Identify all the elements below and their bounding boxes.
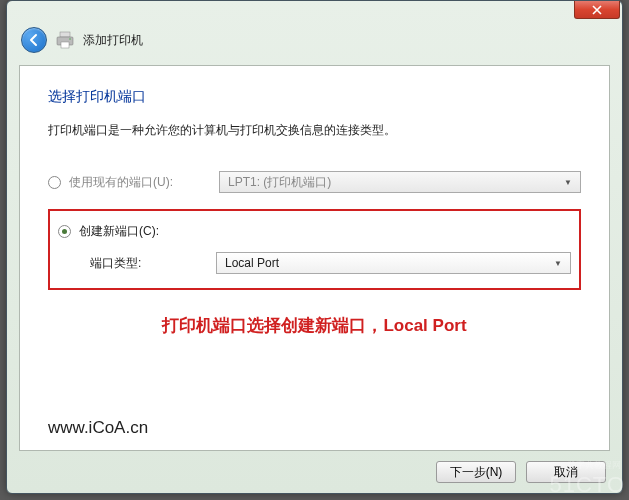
radio-existing[interactable] xyxy=(48,176,61,189)
option-create-label: 创建新端口(C): xyxy=(79,223,229,240)
content-panel: 选择打印机端口 打印机端口是一种允许您的计算机与打印机交换信息的连接类型。 使用… xyxy=(19,65,610,451)
close-icon xyxy=(592,5,602,15)
next-button[interactable]: 下一步(N) xyxy=(436,461,516,483)
annotation-text: 打印机端口选择创建新端口，Local Port xyxy=(48,314,581,337)
option-create-new-port[interactable]: 创建新端口(C): xyxy=(58,223,571,240)
arrow-left-icon xyxy=(27,33,41,47)
chevron-down-icon: ▼ xyxy=(564,178,572,187)
dialog-footer: 下一步(N) 取消 xyxy=(7,451,622,493)
titlebar xyxy=(7,1,622,21)
dialog-window: 添加打印机 选择打印机端口 打印机端口是一种允许您的计算机与打印机交换信息的连接… xyxy=(6,0,623,494)
url-watermark: www.iCoA.cn xyxy=(48,418,148,438)
description-text: 打印机端口是一种允许您的计算机与打印机交换信息的连接类型。 xyxy=(48,122,581,139)
chevron-down-icon: ▼ xyxy=(554,259,562,268)
dropdown-existing-port: LPT1: (打印机端口) ▼ xyxy=(219,171,581,193)
back-button[interactable] xyxy=(21,27,47,53)
cancel-button[interactable]: 取消 xyxy=(526,461,606,483)
section-title: 选择打印机端口 xyxy=(48,88,581,106)
printer-icon xyxy=(55,31,75,49)
dropdown-port-type[interactable]: Local Port ▼ xyxy=(216,252,571,274)
port-type-row: 端口类型: Local Port ▼ xyxy=(58,252,571,274)
wizard-header: 添加打印机 xyxy=(7,21,622,65)
wizard-title: 添加打印机 xyxy=(83,32,143,49)
option-existing-label: 使用现有的端口(U): xyxy=(69,174,219,191)
highlight-box: 创建新端口(C): 端口类型: Local Port ▼ xyxy=(48,209,581,290)
option-use-existing-port[interactable]: 使用现有的端口(U): LPT1: (打印机端口) ▼ xyxy=(48,171,581,193)
dropdown-existing-value: LPT1: (打印机端口) xyxy=(228,174,331,191)
close-button[interactable] xyxy=(574,1,620,19)
svg-rect-2 xyxy=(61,42,69,48)
svg-point-3 xyxy=(69,38,71,40)
svg-rect-0 xyxy=(60,32,70,37)
radio-create[interactable] xyxy=(58,225,71,238)
port-type-label: 端口类型: xyxy=(90,255,216,272)
dropdown-port-type-value: Local Port xyxy=(225,256,279,270)
